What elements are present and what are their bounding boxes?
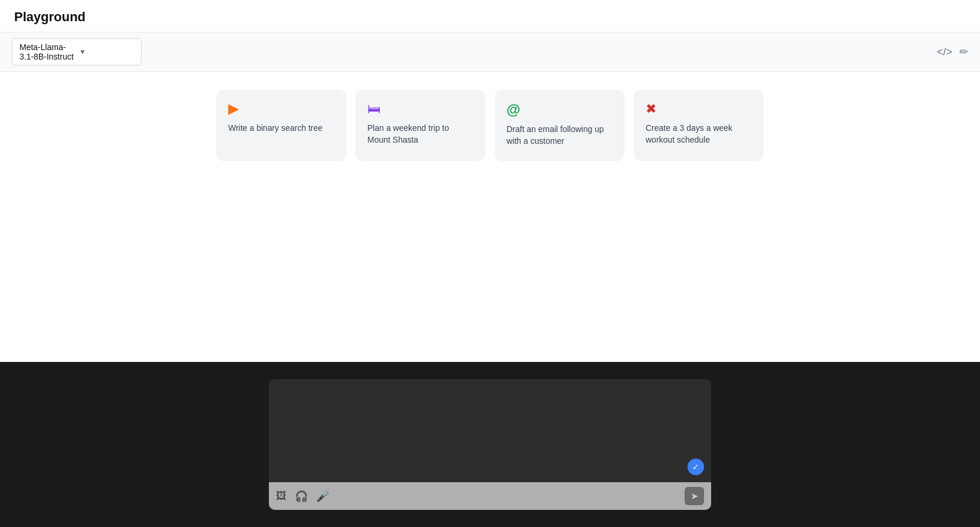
- image-icon[interactable]: 🖼: [276, 490, 287, 502]
- audio-icon[interactable]: 🎧: [295, 490, 308, 503]
- travel-icon: 🛏: [367, 101, 473, 117]
- main-content: ▶Write a binary search tree🛏Plan a weeke…: [0, 72, 980, 362]
- card-text: Create a 3 days a week workout schedule: [646, 123, 752, 146]
- message-input[interactable]: [335, 492, 679, 501]
- workout-icon: ✖: [646, 101, 752, 117]
- input-bar-icons: 🖼 🎧 🎤: [276, 490, 329, 503]
- chat-panel: ✓ 🖼 🎧 🎤 ➤: [269, 379, 711, 510]
- check-button[interactable]: ✓: [688, 459, 704, 475]
- send-button[interactable]: ➤: [685, 487, 704, 505]
- chat-textarea-wrapper: ✓: [269, 379, 711, 482]
- toolbar: Meta-Llama-3.1-8B-Instruct ▼ </> ✏: [0, 32, 980, 72]
- model-label: Meta-Llama-3.1-8B-Instruct: [19, 42, 74, 61]
- chat-textarea[interactable]: [269, 379, 711, 482]
- model-selector[interactable]: Meta-Llama-3.1-8B-Instruct ▼: [12, 38, 142, 65]
- check-icon: ✓: [692, 462, 699, 472]
- chat-area: ✓ 🖼 🎧 🎤 ➤: [0, 362, 980, 527]
- suggestion-card[interactable]: 🛏Plan a weekend trip to Mount Shasta: [356, 90, 485, 161]
- card-text: Draft an email following up with a custo…: [507, 124, 613, 147]
- app-title: Playground: [14, 9, 966, 25]
- suggestion-card[interactable]: ✖Create a 3 days a week workout schedule: [634, 90, 764, 161]
- toolbar-actions: </> ✏: [937, 45, 968, 58]
- edit-icon[interactable]: ✏: [959, 45, 968, 58]
- mic-icon[interactable]: 🎤: [316, 490, 329, 503]
- card-text: Write a binary search tree: [228, 123, 334, 134]
- input-bar: 🖼 🎧 🎤 ➤: [269, 482, 711, 510]
- app-header: Playground: [0, 0, 980, 32]
- email-icon: @: [507, 101, 613, 118]
- code-view-icon[interactable]: </>: [937, 46, 952, 58]
- suggestion-card[interactable]: ▶Write a binary search tree: [216, 90, 346, 161]
- suggestion-card[interactable]: @Draft an email following up with a cust…: [495, 90, 624, 161]
- chevron-down-icon: ▼: [79, 48, 134, 56]
- send-icon: ➤: [690, 490, 698, 502]
- code-icon: ▶: [228, 101, 334, 117]
- card-text: Plan a weekend trip to Mount Shasta: [367, 123, 473, 146]
- suggestion-cards: ▶Write a binary search tree🛏Plan a weeke…: [12, 90, 968, 161]
